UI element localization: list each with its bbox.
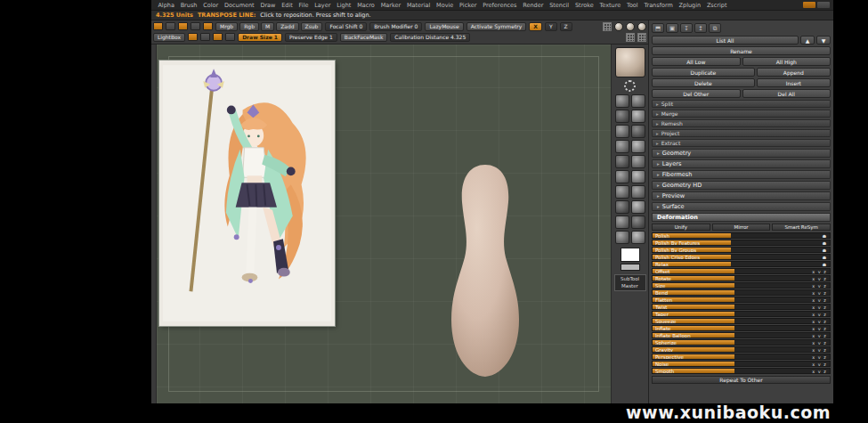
slider-axis-toggles[interactable]: x y z bbox=[812, 369, 830, 374]
subtool-subsection-header[interactable]: ▸ Extract bbox=[652, 139, 831, 147]
menu-item[interactable]: Material bbox=[403, 2, 433, 9]
menu-item[interactable]: Movie bbox=[434, 2, 457, 9]
deformation-slider[interactable]: Twist x y z bbox=[652, 304, 831, 310]
slider-axis-toggles[interactable]: x y z bbox=[812, 319, 830, 324]
all-high-button[interactable]: All High bbox=[742, 57, 831, 66]
brush-thumbnail[interactable] bbox=[615, 200, 629, 214]
deformation-slider[interactable]: Offset x y z bbox=[652, 268, 831, 274]
del-all-button[interactable]: Del All bbox=[742, 89, 831, 98]
menu-item[interactable]: Layer bbox=[312, 2, 334, 9]
current-tool-thumbnail[interactable] bbox=[615, 47, 645, 77]
menu-item[interactable]: Stroke bbox=[572, 2, 597, 9]
deformation-slider[interactable]: Inflate Balloon x y z bbox=[652, 332, 831, 338]
stroke-type-icon[interactable] bbox=[624, 80, 636, 92]
quick-button[interactable] bbox=[166, 22, 175, 30]
save-tool-icon[interactable]: ▣ bbox=[666, 23, 678, 33]
brush-thumbnail[interactable] bbox=[631, 125, 645, 138]
menu-item[interactable]: Zscript bbox=[704, 2, 730, 9]
menu-item[interactable]: Draw bbox=[257, 2, 279, 9]
del-other-button[interactable]: Del Other bbox=[652, 89, 741, 98]
slider-axis-toggles[interactable]: ● bbox=[823, 233, 830, 239]
tool-section-header[interactable]: ▸ Layers bbox=[652, 159, 831, 168]
subtool-subsection-header[interactable]: ▸ Remesh bbox=[652, 119, 831, 127]
focal-shift-slider[interactable]: Focal Shift 0 bbox=[325, 22, 367, 31]
activate-symmetry-button[interactable]: Activate Symmetry bbox=[466, 22, 527, 31]
menu-item[interactable]: File bbox=[296, 2, 312, 9]
symmetry-z-toggle[interactable]: Z bbox=[560, 22, 572, 31]
deformation-slider[interactable]: Perspective x y z bbox=[652, 354, 831, 360]
slider-axis-toggles[interactable]: x y z bbox=[812, 290, 830, 296]
deformation-slider[interactable]: Squeeze x y z bbox=[652, 318, 831, 324]
deformation-slider[interactable]: Inflate x y z bbox=[652, 325, 831, 331]
slider-axis-toggles[interactable]: x y z bbox=[812, 333, 830, 338]
slider-axis-toggles[interactable]: x y z bbox=[812, 283, 830, 289]
tool-section-header[interactable]: ▸ Preview bbox=[652, 191, 831, 200]
brush-thumbnail[interactable] bbox=[615, 185, 629, 199]
deformation-slider[interactable]: Polish By Features ● bbox=[652, 240, 831, 246]
sculpt-viewport[interactable] bbox=[157, 45, 611, 403]
menu-item[interactable]: Texture bbox=[596, 2, 624, 9]
deformation-slider[interactable]: Bend x y z bbox=[652, 289, 831, 296]
menu-item[interactable]: Stencil bbox=[547, 2, 572, 9]
reference-image[interactable] bbox=[159, 61, 335, 326]
quick-button[interactable] bbox=[191, 22, 200, 30]
brush-thumbnail[interactable] bbox=[615, 94, 629, 108]
slider-axis-toggles[interactable]: ● bbox=[823, 240, 830, 246]
slider-axis-toggles[interactable]: x y z bbox=[812, 347, 830, 353]
smart-resym-button[interactable]: Smart ReSym bbox=[772, 224, 831, 231]
calibration-distance-readout[interactable]: Calibration Distance 4.325 bbox=[390, 33, 470, 42]
brush-thumbnail[interactable] bbox=[631, 110, 645, 123]
deformation-slider[interactable]: Flatten x y z bbox=[652, 297, 831, 303]
quick-button[interactable] bbox=[188, 33, 198, 41]
delete-button[interactable]: Delete bbox=[652, 78, 755, 87]
menu-item[interactable]: Preferences bbox=[480, 2, 520, 9]
insert-button[interactable]: Insert bbox=[757, 78, 831, 87]
symmetry-x-toggle[interactable]: X bbox=[529, 22, 542, 31]
polyframe-icon[interactable] bbox=[603, 22, 612, 31]
symmetry-y-toggle[interactable]: Y bbox=[545, 22, 557, 31]
brush-thumbnail[interactable] bbox=[631, 200, 645, 214]
material-sphere-icon[interactable] bbox=[614, 22, 623, 31]
deformation-slider[interactable]: Rotate x y z bbox=[652, 275, 831, 281]
menu-item[interactable]: Tool bbox=[624, 2, 641, 9]
tool-section-header[interactable]: ▸ Fibermesh bbox=[652, 170, 831, 179]
menu-item[interactable]: Color bbox=[200, 2, 222, 9]
brush-thumbnail[interactable] bbox=[631, 185, 645, 199]
deformation-slider[interactable]: Gravity x y z bbox=[652, 346, 831, 353]
slider-axis-toggles[interactable]: ● bbox=[823, 255, 830, 260]
menu-item[interactable]: Zplugin bbox=[676, 2, 703, 9]
deformation-slider[interactable]: Taper x y z bbox=[652, 311, 831, 317]
slider-axis-toggles[interactable]: x y z bbox=[812, 354, 830, 360]
menu-item[interactable]: Render bbox=[520, 2, 547, 9]
mirror-button[interactable]: Mirror bbox=[712, 224, 771, 231]
import-icon[interactable]: ↧ bbox=[680, 23, 693, 33]
material-sphere-icon[interactable] bbox=[626, 22, 635, 31]
slider-axis-toggles[interactable]: x y z bbox=[812, 297, 830, 303]
tool-section-header[interactable]: ▸ Surface bbox=[652, 202, 831, 211]
menu-item[interactable]: Alpha bbox=[155, 2, 177, 9]
paint-mode-button[interactable]: Zadd bbox=[276, 22, 298, 31]
tool-section-header[interactable]: ▸ Geometry bbox=[652, 149, 831, 158]
menu-item[interactable]: Brush bbox=[177, 2, 200, 9]
paint-mode-button[interactable]: Rgb bbox=[239, 22, 259, 31]
main-color-swatch[interactable] bbox=[621, 248, 640, 262]
menu-item[interactable]: Document bbox=[222, 2, 257, 9]
duplicate-button[interactable]: Duplicate bbox=[652, 68, 755, 77]
deformation-slider[interactable]: Polish By Groups ● bbox=[652, 247, 831, 253]
deformation-slider[interactable]: Polish ● bbox=[652, 232, 831, 239]
brush-thumbnail[interactable] bbox=[615, 110, 629, 123]
tool-section-header[interactable]: ▸ Geometry HD bbox=[652, 181, 831, 190]
brush-thumbnail[interactable] bbox=[631, 140, 645, 153]
quick-button[interactable] bbox=[200, 33, 210, 41]
quick-button[interactable] bbox=[225, 33, 235, 41]
append-button[interactable]: Append bbox=[757, 68, 831, 77]
grid-icon[interactable] bbox=[637, 33, 646, 42]
brush-thumbnail[interactable] bbox=[631, 155, 645, 168]
menu-item[interactable]: Transform bbox=[641, 2, 676, 9]
menu-item[interactable]: Edit bbox=[279, 2, 296, 9]
backface-mask-button[interactable]: BackFaceMask bbox=[340, 33, 388, 42]
menu-item[interactable]: Light bbox=[334, 2, 354, 9]
all-low-button[interactable]: All Low bbox=[652, 57, 741, 66]
slider-axis-toggles[interactable]: ● bbox=[823, 248, 830, 253]
secondary-color-swatch[interactable] bbox=[621, 264, 640, 271]
